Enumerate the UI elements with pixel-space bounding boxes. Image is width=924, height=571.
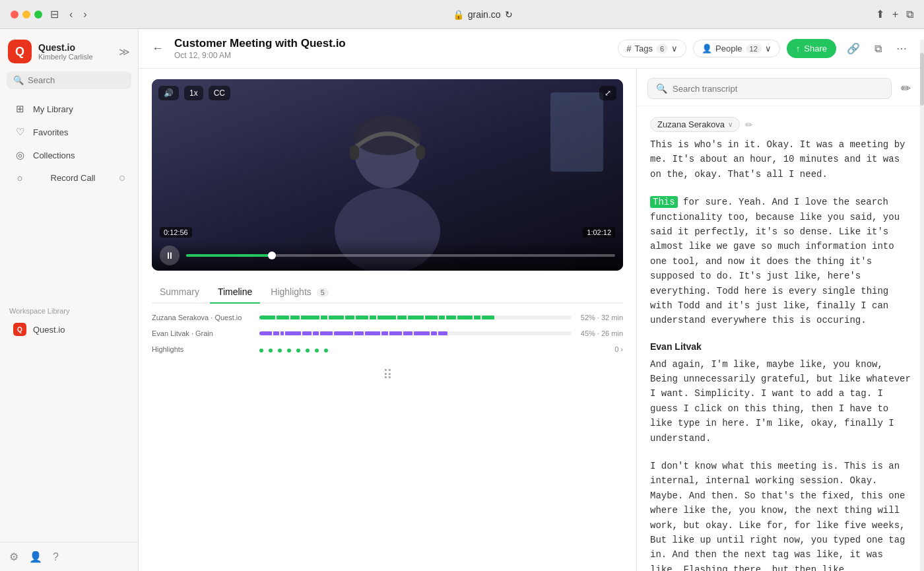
speaker-header-1: Zuzana Serakova ∨ ✏	[650, 117, 911, 132]
browser-back-button[interactable]: ‹	[67, 7, 75, 22]
speed-button[interactable]: 1x	[184, 86, 203, 100]
person-icon: 👤	[702, 44, 712, 53]
transcript-search-input[interactable]	[673, 84, 883, 94]
meeting-info: Customer Meeting with Quest.io Oct 12, 9…	[174, 37, 607, 60]
tab-highlights[interactable]: Highlights 5	[263, 281, 337, 304]
play-pause-button[interactable]: ⏸	[160, 246, 180, 265]
timeline-row-zuzana: Zuzana Serakova · Quest.io	[152, 313, 623, 322]
sidebar-search-bar[interactable]: 🔍	[7, 71, 131, 89]
scrollbar-track	[920, 69, 924, 571]
cc-button[interactable]: CC	[209, 86, 230, 100]
address-bar[interactable]: 🔒 grain.co ↻	[453, 9, 513, 20]
speaker-name-evan: Evan Litvak	[650, 341, 911, 352]
edit-speaker-button[interactable]: ✏	[745, 119, 753, 130]
right-panel: 🔍 ✏ Zuzana Serakova ∨ ✏	[637, 69, 924, 571]
window-bg	[550, 92, 603, 172]
sidebar-footer: ⚙ 👤 ?	[0, 542, 138, 571]
timeline-section: Zuzana Serakova · Quest.io	[152, 313, 623, 354]
highlight-dot	[278, 349, 282, 353]
timeline-bar-bg-evan	[259, 331, 572, 335]
video-player: 🔊 1x CC ⤢ 0:12:56 1:02:12 ⏸	[152, 79, 623, 271]
timeline-track-evan	[259, 329, 572, 338]
transcript-edit-button[interactable]: ✏	[898, 79, 913, 98]
highlights-count[interactable]: 0 ›	[577, 345, 623, 353]
library-icon: ⊞	[13, 103, 26, 115]
tab-timeline[interactable]: Timeline	[210, 281, 260, 304]
layers-button[interactable]: ⧉	[871, 39, 886, 59]
share-browser-button[interactable]: ⬆	[876, 8, 884, 20]
content-main: 🔊 1x CC ⤢ 0:12:56 1:02:12 ⏸	[139, 69, 924, 571]
content-area: ← Customer Meeting with Quest.io Oct 12,…	[139, 29, 924, 571]
fullscreen-button[interactable]: ⤢	[599, 86, 616, 100]
sidebar-item-label: My Library	[33, 104, 73, 114]
users-button[interactable]: 👤	[29, 551, 42, 563]
tags-button[interactable]: # Tags 6 ∨	[618, 40, 686, 57]
volume-button[interactable]: 🔊	[158, 86, 179, 100]
header-actions: # Tags 6 ∨ 👤 People 12 ∨ ↑ Share 🔗 ⧉ ⋯	[618, 38, 911, 59]
new-tab-button[interactable]: +	[892, 9, 898, 20]
titlebar-right: ⬆ + ⧉	[876, 8, 913, 20]
transcript-header: 🔍 ✏	[637, 69, 924, 106]
drag-handle[interactable]: ⠿	[383, 367, 393, 383]
settings-button[interactable]: ⚙	[9, 551, 18, 563]
transcript-search-bar[interactable]: 🔍	[647, 78, 892, 99]
browser-forward-button[interactable]: ›	[81, 7, 89, 22]
content-header: ← Customer Meeting with Quest.io Oct 12,…	[139, 29, 924, 69]
sidebar-item-my-library[interactable]: ⊞ My Library	[4, 98, 134, 120]
sidebar-item-collections[interactable]: ◎ Collections	[4, 144, 134, 166]
heart-icon: ♡	[13, 126, 26, 138]
progress-bar[interactable]	[186, 254, 615, 257]
sidebar-item-record-call[interactable]: ○ Record Call	[4, 167, 134, 189]
sidebar-toggle-button[interactable]: ⊟	[48, 7, 61, 22]
workspace-logo: Q	[13, 323, 26, 336]
people-button[interactable]: 👤 People 12 ∨	[693, 40, 780, 57]
speaker-chip-zuzana[interactable]: Zuzana Serakova ∨	[650, 117, 740, 132]
current-time-overlay: 0:12:56	[160, 227, 192, 238]
highlight-dot	[269, 349, 273, 353]
collections-icon: ◎	[13, 149, 26, 161]
video-controls-top: 🔊 1x CC	[158, 86, 230, 100]
search-icon: 🔍	[656, 83, 667, 94]
tags-count: 6	[656, 44, 668, 53]
speaker-pct-evan: 45% · 26 min	[577, 329, 623, 337]
minimize-button[interactable]	[22, 11, 30, 18]
highlight-dot	[259, 349, 263, 353]
sidebar-item-favorites[interactable]: ♡ Favorites	[4, 121, 134, 143]
workspace-section-label: Workspace Library	[0, 300, 138, 318]
tag-hash-icon: #	[626, 44, 631, 53]
close-button[interactable]	[11, 11, 18, 18]
link-button[interactable]: 🔗	[843, 38, 864, 59]
back-button[interactable]: ←	[152, 42, 164, 55]
total-time-overlay: 1:02:12	[583, 227, 615, 238]
share-button[interactable]: ↑ Share	[787, 39, 836, 58]
highlights-count-text: 0 ›	[614, 345, 623, 353]
share-label: Share	[804, 44, 827, 53]
svg-rect-3	[350, 145, 359, 160]
speaker-pct-zuzana: 52% · 32 min	[577, 314, 623, 321]
maximize-button[interactable]	[34, 11, 42, 18]
highlights-track	[259, 345, 572, 354]
left-panel: 🔊 1x CC ⤢ 0:12:56 1:02:12 ⏸	[139, 69, 637, 571]
highlight-dot	[315, 349, 319, 353]
speaker-label-zuzana: Zuzana Serakova · Quest.io	[152, 314, 254, 321]
tags-chevron-icon: ∨	[671, 44, 678, 53]
sidebar-item-workspace[interactable]: Q Quest.io	[4, 318, 134, 341]
reload-icon[interactable]: ↻	[505, 9, 513, 20]
more-button[interactable]: ⋯	[892, 38, 911, 59]
sidebar-collapse-button[interactable]: ≫	[119, 46, 130, 58]
transcript-continuation: for sure. Yeah. And I love the search fu…	[650, 197, 900, 325]
app-layout: Q Quest.io Kimberly Carlisle ≫ 🔍 ⊞ My Li…	[0, 29, 924, 571]
transcript-body: Zuzana Serakova ∨ ✏ This is who's in it.…	[637, 106, 924, 571]
meeting-date: Oct 12, 9:00 AM	[174, 51, 607, 60]
tab-overview-button[interactable]: ⧉	[906, 9, 913, 20]
scrollbar-thumb[interactable]	[920, 69, 924, 106]
transcript-text-evan-2: I don't know what this meeting is. This …	[650, 459, 911, 571]
tab-summary[interactable]: Summary	[152, 281, 207, 304]
help-button[interactable]: ?	[53, 551, 59, 563]
transcript-block-2: This for sure. Yeah. And I love the sear…	[650, 195, 911, 328]
video-controls-bar: ⏸	[152, 240, 623, 271]
search-input[interactable]	[28, 75, 125, 85]
highlight-dot	[287, 349, 291, 353]
highlight-dot	[306, 349, 310, 353]
people-count: 12	[746, 44, 762, 53]
